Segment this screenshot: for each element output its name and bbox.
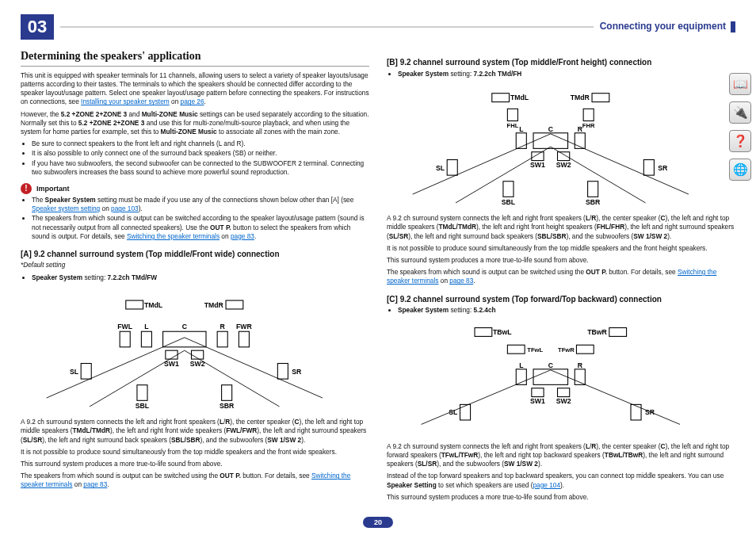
sect-c-para2: Instead of the top forward speakers and … (387, 472, 735, 489)
list-item: If you have two subwoofers, the second s… (32, 159, 369, 177)
svg-text:C: C (182, 323, 188, 331)
svg-rect-22 (81, 363, 91, 379)
header-title: Connecting your equipment (594, 20, 731, 34)
list-item: Be sure to connect speakers to the front… (32, 139, 369, 148)
svg-rect-72 (533, 369, 568, 385)
sidebar-quicklinks: 📖 🔌 ❓ 🌐 (729, 73, 751, 181)
svg-line-31 (551, 134, 689, 194)
svg-rect-62 (475, 328, 492, 337)
svg-text:SR: SR (658, 163, 668, 171)
subsection-c-heading: [C] 9.2 channel surround system (Top for… (387, 294, 735, 305)
svg-text:SW1: SW1 (164, 360, 179, 368)
svg-rect-16 (239, 331, 249, 347)
intro-paragraph-2: However, the 5.2 +ZONE 2+ZONE 3 and Mult… (21, 110, 369, 137)
sect-c-para1: A 9.2 ch surround system connects the le… (387, 442, 735, 469)
subsection-a-heading: [A] 9.2 channel surround system (Top mid… (21, 249, 369, 260)
svg-rect-64 (609, 328, 627, 337)
svg-text:R: R (578, 361, 583, 369)
network-icon[interactable]: 🌐 (729, 159, 751, 181)
sect-a-para4: The speakers from which sound is output … (21, 472, 369, 489)
diagram-a: TMdL TMdR FWL L C R FWR SW1 SW2 SL SR SB… (21, 290, 349, 411)
link-switching-terminals[interactable]: Switching the speaker terminals (127, 232, 220, 240)
svg-rect-28 (222, 384, 232, 400)
diagram-b: TMdL TMdR FHL FHR L C R SW1 SW2 SL SR SB… (387, 86, 715, 207)
svg-text:FWR: FWR (236, 323, 253, 331)
subsection-b-heading: [B] 9.2 channel surround system (Top mid… (387, 57, 735, 68)
svg-text:SW2: SW2 (190, 360, 205, 368)
important-bullets: The Speaker System setting must be made … (32, 196, 369, 241)
left-column: Determining the speakers' application Th… (21, 49, 369, 505)
link-page-26[interactable]: page 26 (181, 97, 204, 105)
setting-line-a: Speaker System setting: 7.2.2ch TMd/FW (32, 273, 369, 282)
svg-rect-76 (532, 388, 544, 397)
svg-rect-44 (533, 132, 568, 148)
svg-text:C: C (548, 361, 554, 369)
svg-text:L: L (144, 323, 149, 331)
svg-text:TMdL: TMdL (510, 94, 529, 101)
svg-rect-48 (532, 151, 544, 160)
svg-rect-26 (137, 384, 147, 400)
svg-text:SW1: SW1 (530, 398, 545, 406)
sect-a-para3: This surround system produces a more tru… (21, 460, 369, 468)
svg-rect-52 (447, 159, 457, 175)
header-cap (731, 21, 735, 32)
svg-text:TMdL: TMdL (144, 301, 163, 309)
svg-rect-46 (575, 132, 585, 148)
svg-text:FHR: FHR (582, 122, 595, 129)
svg-rect-82 (631, 405, 641, 421)
svg-text:TMdR: TMdR (204, 301, 224, 309)
book-icon[interactable]: 📖 (729, 73, 751, 95)
svg-text:SW2: SW2 (556, 398, 571, 406)
svg-rect-8 (120, 331, 130, 347)
svg-rect-12 (163, 331, 206, 347)
link-page-83[interactable]: page 83 (231, 232, 254, 240)
svg-rect-6 (226, 300, 243, 309)
heading-rule (21, 66, 369, 67)
svg-text:SL: SL (436, 163, 445, 171)
svg-text:L: L (519, 124, 524, 132)
svg-rect-10 (141, 331, 151, 347)
link-page-83[interactable]: page 83 (83, 480, 107, 488)
svg-text:SBR: SBR (586, 198, 601, 206)
list-item: The speakers from which sound is output … (32, 214, 369, 241)
sect-b-para4: The speakers from which sound is output … (387, 268, 735, 285)
svg-rect-66 (507, 346, 525, 354)
sect-a-para1: A 9.2 ch surround system connects the le… (21, 418, 369, 445)
svg-text:SBL: SBL (136, 402, 150, 410)
svg-text:FHL: FHL (507, 122, 519, 129)
svg-text:SBL: SBL (502, 198, 516, 206)
link-page-103[interactable]: page 103 (111, 204, 139, 212)
link-install-speaker-system[interactable]: Installing your speaker system (81, 97, 170, 105)
svg-text:SL: SL (70, 367, 79, 375)
link-page-83[interactable]: page 83 (449, 277, 473, 285)
link-page-104[interactable]: page 104 (533, 481, 560, 489)
svg-text:TFwL: TFwL (527, 346, 543, 353)
svg-text:SBR: SBR (220, 402, 235, 410)
svg-text:L: L (519, 361, 524, 369)
svg-rect-80 (460, 405, 471, 421)
sect-c-para3: This surround system produces a more tru… (387, 493, 735, 502)
svg-rect-4 (126, 300, 143, 309)
svg-rect-38 (507, 109, 517, 120)
list-item: The Speaker System setting must be made … (32, 196, 369, 213)
page-header: 03 Connecting your equipment (21, 14, 735, 40)
svg-rect-58 (588, 181, 598, 197)
svg-rect-50 (558, 151, 570, 160)
svg-text:TBwL: TBwL (493, 328, 512, 336)
svg-text:FWL: FWL (117, 323, 133, 331)
svg-rect-56 (503, 181, 514, 197)
chapter-badge: 03 (21, 14, 54, 40)
device-icon[interactable]: 🔌 (729, 101, 751, 124)
setting-line-c: Speaker System setting: 5.2.4ch (398, 306, 735, 315)
important-icon: ! (21, 183, 32, 194)
important-label: Important (36, 184, 70, 193)
intro-bullets: Be sure to connect speakers to the front… (32, 139, 369, 177)
header-rule (60, 26, 594, 28)
svg-text:R: R (220, 323, 226, 331)
help-icon[interactable]: ❓ (729, 130, 751, 152)
svg-text:TBwR: TBwR (587, 328, 607, 336)
link-speaker-system-setting[interactable]: Speaker system setting (32, 204, 100, 212)
svg-text:SR: SR (645, 409, 655, 417)
svg-rect-14 (217, 331, 227, 347)
svg-rect-78 (558, 388, 570, 397)
